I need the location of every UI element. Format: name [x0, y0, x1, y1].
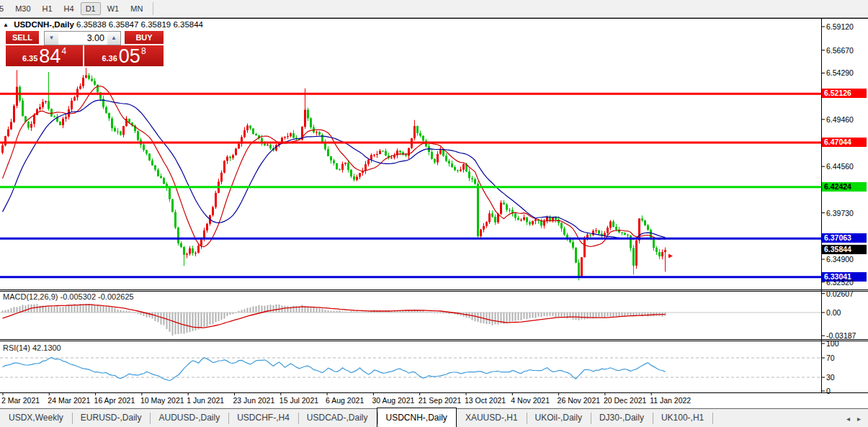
macd-histogram-bar: [158, 313, 159, 322]
macd-histogram-bar: [596, 313, 597, 318]
macd-histogram-bar: [250, 307, 251, 313]
candle-body: [180, 243, 182, 247]
candle-body: [269, 145, 272, 148]
tab-uk100-h1[interactable]: UK100-,H1: [653, 409, 712, 427]
macd-histogram-bar: [2, 310, 4, 313]
macd-histogram-bar: [77, 305, 79, 313]
macd-histogram-bar: [172, 313, 174, 336]
macd-histogram-bar: [230, 313, 231, 315]
volume-input[interactable]: [58, 32, 107, 45]
macd-histogram-bar: [443, 313, 444, 313]
candle-body: [647, 225, 649, 230]
candle-body: [194, 253, 197, 253]
candle-body: [341, 164, 344, 170]
candle-body: [419, 133, 421, 136]
macd-histogram-bar: [103, 305, 104, 313]
tab-scroll-left-icon[interactable]: ◂: [846, 415, 850, 423]
macd-histogram-bar: [512, 313, 514, 321]
macd-histogram-bar: [527, 313, 528, 319]
candle-body: [468, 171, 470, 178]
tab-audusd-daily[interactable]: AUDUSD-,Daily: [150, 409, 228, 427]
sell-button[interactable]: SELL: [6, 31, 39, 45]
candle-body: [347, 163, 349, 170]
candle-body: [333, 161, 335, 163]
macd-histogram-bar: [622, 313, 623, 316]
volume-increase-button[interactable]: ▲: [107, 32, 120, 45]
candle-body: [327, 149, 329, 156]
ohlc-low: 6.35819: [141, 20, 171, 29]
sell-price-small: 6.35: [22, 54, 37, 63]
rsi-axis-label: 100: [826, 339, 839, 348]
candle-body: [572, 242, 574, 248]
macd-histogram-bar: [123, 310, 125, 313]
tab-usdchf-h4[interactable]: USDCHF-,H4: [228, 409, 298, 427]
volume-decrease-button[interactable]: ▼: [45, 32, 58, 45]
candle-body: [174, 212, 176, 228]
tab-dj30-daily[interactable]: DJ30-,Daily: [591, 409, 653, 427]
candle-body: [111, 118, 113, 127]
candle-body: [65, 117, 67, 119]
x-axis-label: 30 Aug 2021: [372, 396, 414, 405]
tab-scroll-right-icon[interactable]: ▸: [857, 415, 861, 423]
candle-body: [197, 246, 200, 253]
candle-body: [581, 257, 583, 276]
macd-histogram-bar: [518, 313, 519, 320]
candle-body: [471, 178, 473, 179]
macd-axis-label: 0.00: [826, 308, 841, 317]
candle-body: [595, 230, 597, 231]
candle-body: [82, 78, 84, 86]
candle-body: [635, 241, 637, 266]
candle-body: [91, 78, 93, 81]
macd-histogram-bar: [429, 312, 430, 313]
macd-histogram-bar: [117, 310, 119, 313]
candle-body: [163, 178, 165, 184]
tab-usdcad-daily[interactable]: USDCAD-,Daily: [298, 409, 377, 427]
macd-signal-line: [3, 305, 666, 328]
candle-body: [45, 101, 47, 102]
candle-body: [477, 184, 479, 236]
buy-button[interactable]: BUY: [125, 31, 164, 45]
tab-usdcnh-daily[interactable]: USDCNH-,Daily: [377, 408, 457, 427]
macd-histogram-bar: [397, 311, 398, 313]
candle-body: [448, 161, 450, 163]
macd-histogram-bar: [256, 306, 257, 313]
sell-price-button[interactable]: 6.35 84 4: [6, 45, 83, 66]
candle-body: [255, 134, 257, 135]
candle-body: [563, 228, 565, 235]
volume-stepper: ▼ ▲: [44, 31, 121, 45]
candle-body: [494, 217, 496, 223]
candle-body: [609, 222, 612, 228]
candle-body: [71, 101, 73, 109]
macd-histogram-bar: [247, 308, 249, 313]
candle-body: [529, 222, 531, 224]
candle-body: [664, 250, 666, 252]
tab-eurusd-daily[interactable]: EURUSD-,Daily: [72, 409, 151, 427]
buy-price-button[interactable]: 6.36 05 8: [84, 45, 164, 66]
candle-body: [460, 170, 462, 171]
collapse-arrow-icon[interactable]: ▲: [3, 22, 9, 28]
candle-body: [656, 248, 658, 252]
macd-histogram-bar: [221, 313, 223, 320]
macd-histogram-bar: [68, 305, 70, 313]
macd-histogram-bar: [138, 313, 139, 314]
tab-ukoil-daily[interactable]: UKOil-,Daily: [527, 409, 591, 427]
macd-histogram-bar: [192, 313, 194, 331]
macd-histogram-bar: [198, 313, 200, 329]
candle-body: [560, 223, 563, 229]
macd-histogram-bar: [28, 305, 30, 313]
tab-usdx-weekly[interactable]: USDX,Weekly: [0, 409, 72, 427]
macd-histogram-bar: [342, 312, 344, 313]
candle-body: [154, 166, 156, 170]
candle-body: [437, 154, 439, 163]
tab-xauusd-h1[interactable]: XAUUSD-,H1: [457, 409, 527, 427]
rsi-axis-label: 0: [826, 387, 831, 395]
macd-histogram-bar: [166, 313, 168, 329]
macd-histogram-bar: [115, 308, 116, 313]
macd-histogram-bar: [54, 307, 55, 313]
candle-body: [615, 227, 617, 230]
candle-body: [229, 157, 231, 158]
candle-body: [292, 133, 295, 138]
macd-histogram-bar: [319, 308, 321, 313]
macd-histogram-bar: [601, 313, 603, 318]
candle-body: [370, 155, 372, 160]
